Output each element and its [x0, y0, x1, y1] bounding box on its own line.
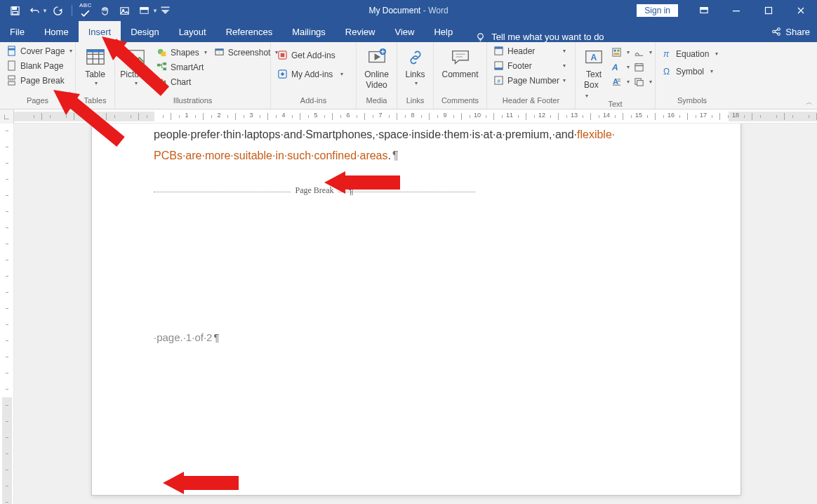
- group-text: A Text Box ▾ ▾ A▾ A▾ ▾: [576, 42, 656, 109]
- sign-in-button[interactable]: Sign in: [637, 4, 678, 17]
- undo-icon[interactable]: [25, 2, 44, 19]
- header-button[interactable]: Header▾: [491, 45, 568, 57]
- svg-rect-34: [215, 49, 223, 51]
- footer-button[interactable]: Footer▾: [491, 60, 568, 72]
- window-qa-caret-icon[interactable]: ▼: [152, 8, 158, 14]
- body-text-end: .: [388, 150, 391, 161]
- svg-rect-52: [614, 53, 620, 55]
- group-addins: Get Add-ins My Add-ins▾ Add-ins: [271, 42, 357, 109]
- equation-button[interactable]: π Equation▾: [660, 48, 720, 60]
- svg-rect-2: [12, 11, 18, 14]
- tab-file[interactable]: File: [0, 21, 34, 42]
- get-addins-button[interactable]: Get Add-ins: [275, 49, 345, 61]
- svg-rect-32: [164, 81, 166, 86]
- object-button[interactable]: ▾: [633, 76, 653, 88]
- tab-references[interactable]: References: [216, 21, 282, 42]
- hand-icon[interactable]: [96, 2, 114, 19]
- svg-point-12: [478, 34, 484, 39]
- redo-icon[interactable]: [49, 2, 67, 19]
- body-text: people·prefer·thin·laptops·and·Smartphon…: [154, 128, 577, 140]
- quick-parts-button[interactable]: ▾: [611, 46, 630, 58]
- group-links: Links▾ Links: [397, 42, 434, 109]
- group-label-hf: Header & Footer: [491, 96, 571, 109]
- screenshot-button[interactable]: Screenshot▾: [212, 46, 281, 58]
- svg-rect-50: [614, 50, 616, 52]
- svg-rect-9: [700, 8, 708, 10]
- page-break-label: Page Break: [291, 185, 338, 196]
- group-media: Online Video Media: [357, 42, 397, 109]
- svg-rect-20: [8, 81, 15, 85]
- signature-line-button[interactable]: ▾: [633, 46, 653, 58]
- svg-rect-11: [766, 8, 772, 14]
- undo-caret-icon[interactable]: ▼: [42, 8, 48, 14]
- tab-layout[interactable]: Layout: [169, 21, 216, 42]
- pictures-button[interactable]: Pictures▾: [119, 45, 152, 86]
- ribbon: Cover Page▾ Blank Page Page Break Pages …: [0, 42, 817, 110]
- svg-rect-19: [8, 76, 15, 79]
- group-label-symbols: Symbols: [660, 96, 724, 109]
- vertical-ruler[interactable]: [0, 124, 14, 504]
- page-number-button[interactable]: # Page Number▾: [491, 74, 568, 86]
- svg-text:A: A: [591, 53, 597, 62]
- blank-page-button[interactable]: Blank Page: [4, 60, 74, 72]
- svg-rect-26: [161, 52, 166, 57]
- shapes-button[interactable]: Shapes▾: [154, 46, 209, 58]
- table-button[interactable]: Table▾: [79, 45, 112, 86]
- document-area[interactable]: people·prefer·thin·laptops·and·Smartphon…: [0, 124, 817, 504]
- smartart-button[interactable]: SmartArt: [154, 61, 209, 73]
- page-1[interactable]: people·prefer·thin·laptops·and·Smartphon…: [91, 124, 741, 496]
- svg-point-14: [778, 28, 781, 31]
- close-icon[interactable]: [785, 0, 817, 21]
- share-button[interactable]: Share: [771, 21, 810, 42]
- svg-rect-49: [613, 48, 620, 56]
- tab-selector-icon[interactable]: ∟: [0, 110, 14, 124]
- tellme-input[interactable]: Tell me what you want to do: [491, 32, 604, 42]
- svg-rect-23: [127, 51, 144, 64]
- wordart-button[interactable]: A▾: [611, 61, 630, 73]
- links-button[interactable]: Links▾: [399, 45, 432, 86]
- share-label: Share: [785, 27, 810, 37]
- collapse-ribbon-icon[interactable]: ︿: [806, 98, 813, 107]
- maximize-icon[interactable]: [752, 0, 785, 21]
- svg-text:π: π: [663, 49, 670, 59]
- picture-qa-icon[interactable]: [116, 2, 134, 19]
- ribbon-display-icon[interactable]: [688, 0, 720, 21]
- date-time-button[interactable]: [633, 61, 653, 73]
- online-video-button[interactable]: Online Video: [361, 45, 393, 90]
- cover-page-button[interactable]: Cover Page▾: [4, 45, 74, 57]
- save-icon[interactable]: [6, 2, 24, 19]
- text-box-button[interactable]: A Text Box ▾: [580, 45, 608, 100]
- spelling-icon[interactable]: ABC: [77, 2, 95, 19]
- symbol-button[interactable]: Ω Symbol▾: [660, 65, 720, 77]
- tab-home[interactable]: Home: [34, 21, 79, 42]
- svg-point-35: [218, 52, 220, 53]
- group-label-text: Text: [580, 100, 651, 109]
- window-qa-icon[interactable]: [135, 2, 154, 19]
- footer-text: ·page.·1·of·2: [154, 331, 212, 343]
- group-tables: Table▾ Tables: [76, 42, 115, 109]
- qat-customize-icon[interactable]: [159, 2, 172, 19]
- svg-rect-51: [617, 50, 619, 52]
- svg-rect-22: [86, 50, 103, 53]
- svg-rect-3: [121, 7, 128, 13]
- comment-button[interactable]: Comment: [438, 45, 482, 79]
- my-addins-button[interactable]: My Add-ins▾: [275, 68, 345, 80]
- minimize-icon[interactable]: [720, 0, 752, 21]
- svg-text:Ω: Ω: [663, 67, 670, 77]
- drop-cap-button[interactable]: A▾: [611, 76, 630, 88]
- horizontal-ruler[interactable]: ∟ 123456789101112131415161718: [0, 110, 817, 124]
- tab-mailings[interactable]: Mailings: [282, 21, 336, 42]
- svg-text:#: #: [497, 78, 500, 84]
- svg-rect-31: [161, 79, 163, 86]
- page-break-button[interactable]: Page Break: [4, 74, 74, 86]
- group-label-illustrations: Illustrations: [119, 96, 266, 109]
- tab-review[interactable]: Review: [336, 21, 385, 42]
- tab-help[interactable]: Help: [424, 21, 463, 42]
- chart-button[interactable]: Chart: [154, 76, 209, 88]
- tab-design[interactable]: Design: [121, 21, 168, 42]
- group-header-footer: Header▾ Footer▾ # Page Number▾ Header & …: [487, 42, 576, 109]
- window-title: My Document - Word: [368, 6, 448, 15]
- tab-insert[interactable]: Insert: [79, 21, 121, 42]
- tellme-bulb-icon: [475, 32, 486, 42]
- tab-view[interactable]: View: [385, 21, 424, 42]
